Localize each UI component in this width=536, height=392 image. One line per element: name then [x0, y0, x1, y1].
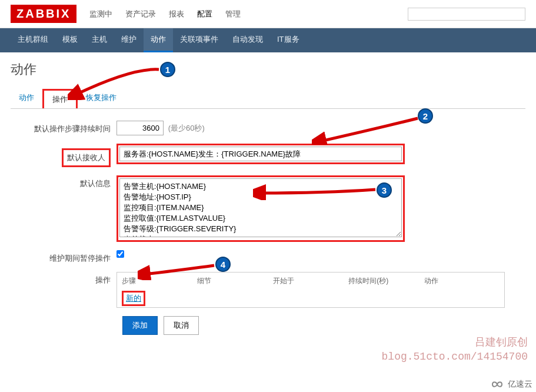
ops-col-duration: 持续时间(秒) — [348, 276, 424, 286]
topnav-configuration[interactable]: 配置 — [196, 6, 214, 22]
duration-input[interactable] — [116, 121, 164, 135]
ops-col-start: 开始于 — [273, 276, 348, 286]
page-title: 动作 — [11, 61, 525, 78]
watermark-author: 吕建钊原创 — [382, 335, 528, 350]
cancel-button[interactable]: 取消 — [164, 316, 199, 335]
recipient-input[interactable] — [119, 147, 402, 161]
duration-hint: (最少60秒) — [168, 124, 205, 132]
sub-navigation: 主机群组 模板 主机 维护 动作 关联项事件 自动发现 IT服务 — [0, 28, 536, 52]
subnav-maintenance[interactable]: 维护 — [114, 28, 144, 52]
corner-brand-text: 亿速云 — [508, 379, 532, 390]
topnav-administration[interactable]: 管理 — [224, 6, 242, 22]
message-label: 默认信息 — [11, 175, 116, 189]
subnav-hosts[interactable]: 主机 — [85, 28, 114, 52]
annotation-badge-3: 3 — [377, 182, 392, 198]
operations-form: 默认操作步骤持续时间 (最少60秒) 默认接收人 默认信息 维护期间暂停 — [11, 121, 525, 335]
operations-label: 操作 — [11, 272, 116, 285]
pause-label: 维护期间暂停操作 — [11, 250, 116, 264]
tab-action[interactable]: 动作 — [11, 89, 42, 108]
subnav-itservices[interactable]: IT服务 — [270, 28, 307, 52]
ops-col-detail: 细节 — [197, 276, 272, 286]
recipient-label: 默认接收人 — [62, 148, 111, 167]
tab-recovery[interactable]: 恢复操作 — [78, 89, 125, 108]
top-header: ZABBIX 监测中 资产记录 报表 配置 管理 — [0, 0, 536, 28]
subnav-hostgroups[interactable]: 主机群组 — [11, 28, 55, 52]
tab-operations[interactable]: 操作 — [42, 89, 78, 108]
form-tabs: 动作 操作 恢复操作 — [11, 89, 525, 109]
subnav-actions[interactable]: 动作 — [144, 28, 173, 52]
subnav-discovery[interactable]: 自动发现 — [225, 28, 270, 52]
topnav-monitoring[interactable]: 监测中 — [88, 6, 114, 22]
corner-brand: 亿速云 — [489, 379, 532, 390]
watermark: 吕建钊原创 blog.51cto.com/14154700 — [382, 335, 528, 364]
operations-table: 步骤 细节 开始于 持续时间(秒) 动作 新的 — [116, 272, 505, 308]
top-navigation: 监测中 资产记录 报表 配置 管理 — [88, 6, 242, 22]
ops-col-action: 动作 — [424, 276, 500, 286]
annotation-badge-1: 1 — [160, 62, 175, 77]
add-button[interactable]: 添加 — [122, 316, 158, 335]
topnav-inventory[interactable]: 资产记录 — [124, 6, 157, 22]
duration-label: 默认操作步骤持续时间 — [11, 121, 116, 134]
pause-checkbox[interactable] — [116, 250, 124, 258]
topnav-reports[interactable]: 报表 — [168, 6, 185, 22]
ops-col-step: 步骤 — [122, 276, 197, 286]
subnav-correlation[interactable]: 关联项事件 — [173, 28, 225, 52]
annotation-badge-4: 4 — [215, 257, 231, 272]
annotation-badge-2: 2 — [418, 108, 433, 124]
zabbix-logo: ZABBIX — [11, 5, 76, 23]
subnav-templates[interactable]: 模板 — [55, 28, 85, 52]
search-input[interactable] — [408, 8, 525, 21]
new-operation-link[interactable]: 新的 — [122, 291, 145, 306]
infinity-icon — [489, 379, 505, 390]
watermark-url: blog.51cto.com/14154700 — [382, 350, 528, 364]
message-textarea[interactable] — [119, 178, 402, 237]
